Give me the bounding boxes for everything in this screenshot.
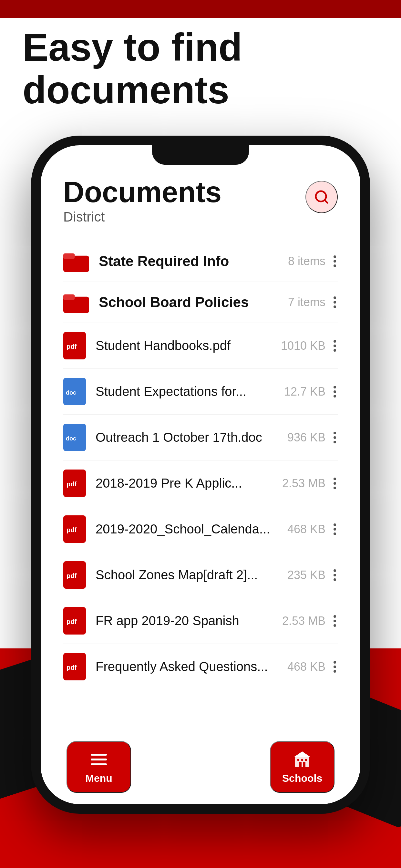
svg-rect-25 bbox=[295, 757, 309, 767]
doc-meta: 235 KB bbox=[287, 568, 326, 582]
menu-button[interactable]: Menu bbox=[66, 741, 131, 793]
list-item[interactable]: pdf School Zones Map[draft 2]... 235 KB bbox=[63, 552, 338, 598]
menu-label: Menu bbox=[85, 772, 112, 784]
svg-marker-26 bbox=[294, 751, 310, 757]
pdf-icon: pdf bbox=[63, 516, 86, 543]
schools-icon bbox=[292, 750, 312, 769]
svg-rect-28 bbox=[303, 762, 305, 767]
menu-icon bbox=[89, 750, 109, 769]
svg-text:doc: doc bbox=[66, 435, 76, 442]
doc-icon: doc bbox=[63, 378, 86, 405]
document-list: State Required Info 8 items bbox=[63, 241, 338, 689]
pdf-icon: pdf bbox=[63, 561, 86, 589]
doc-meta: 468 KB bbox=[287, 660, 326, 674]
phone-frame: Documents District bbox=[31, 135, 370, 814]
svg-text:doc: doc bbox=[66, 390, 76, 396]
screen-title: Documents bbox=[63, 178, 221, 207]
svg-rect-3 bbox=[63, 253, 75, 259]
doc-name: Student Handbooks.pdf bbox=[96, 338, 281, 353]
bottom-nav-bar: Menu Schools bbox=[41, 736, 360, 804]
more-button[interactable] bbox=[332, 612, 338, 630]
folder-icon bbox=[63, 250, 89, 273]
doc-meta: 468 KB bbox=[287, 523, 326, 536]
svg-rect-30 bbox=[301, 759, 303, 761]
more-button[interactable] bbox=[332, 293, 338, 311]
search-icon bbox=[314, 189, 329, 205]
doc-meta: 1010 KB bbox=[281, 339, 326, 352]
screen-header: Documents District bbox=[63, 178, 338, 225]
svg-text:pdf: pdf bbox=[66, 664, 76, 671]
doc-meta: 936 KB bbox=[287, 431, 326, 444]
list-item[interactable]: pdf 2019-2020_School_Calenda... 468 KB bbox=[63, 506, 338, 552]
schools-label: Schools bbox=[282, 772, 322, 784]
search-button[interactable] bbox=[305, 181, 338, 213]
doc-name: School Board Policies bbox=[99, 294, 288, 310]
svg-rect-29 bbox=[297, 759, 299, 761]
more-button[interactable] bbox=[332, 429, 338, 446]
schools-button[interactable]: Schools bbox=[270, 741, 335, 793]
doc-name: 2019-2020_School_Calenda... bbox=[96, 522, 287, 536]
doc-name: State Required Info bbox=[99, 253, 288, 269]
doc-meta: 2.53 MB bbox=[282, 614, 326, 628]
screen-subtitle: District bbox=[63, 209, 221, 225]
phone-notch bbox=[152, 145, 249, 165]
svg-rect-5 bbox=[63, 294, 75, 300]
pdf-icon: pdf bbox=[63, 607, 86, 634]
svg-rect-31 bbox=[305, 759, 307, 761]
more-button[interactable] bbox=[332, 383, 338, 401]
hero-title: Easy to find documents bbox=[23, 26, 378, 111]
svg-text:pdf: pdf bbox=[66, 526, 76, 533]
more-button[interactable] bbox=[332, 252, 338, 270]
phone-mockup: Documents District bbox=[31, 135, 370, 814]
list-item[interactable]: State Required Info 8 items bbox=[63, 241, 338, 282]
list-item[interactable]: pdf 2018-2019 Pre K Applic... 2.53 MB bbox=[63, 461, 338, 506]
screen-content: Documents District bbox=[41, 145, 360, 740]
svg-rect-24 bbox=[91, 764, 107, 765]
doc-name: School Zones Map[draft 2]... bbox=[96, 568, 287, 582]
list-item[interactable]: School Board Policies 7 items bbox=[63, 282, 338, 323]
svg-line-1 bbox=[325, 200, 328, 203]
list-item[interactable]: doc Outreach 1 October 17th.doc 936 KB bbox=[63, 414, 338, 461]
list-item[interactable]: pdf Frequently Asked Questions... 468 KB bbox=[63, 644, 338, 689]
doc-meta: 8 items bbox=[288, 254, 326, 268]
svg-text:pdf: pdf bbox=[66, 343, 76, 350]
more-button[interactable] bbox=[332, 337, 338, 355]
doc-meta: 7 items bbox=[288, 296, 326, 309]
svg-rect-23 bbox=[91, 758, 107, 761]
doc-name: Frequently Asked Questions... bbox=[96, 659, 287, 674]
more-button[interactable] bbox=[332, 520, 338, 538]
doc-meta: 2.53 MB bbox=[282, 476, 326, 490]
svg-text:pdf: pdf bbox=[66, 618, 76, 625]
doc-name: FR app 2019-20 Spanish bbox=[96, 614, 282, 628]
pdf-icon: pdf bbox=[63, 469, 86, 497]
folder-icon bbox=[63, 291, 89, 314]
title-group: Documents District bbox=[63, 178, 221, 225]
doc-name: 2018-2019 Pre K Applic... bbox=[96, 476, 282, 491]
svg-rect-22 bbox=[91, 754, 107, 755]
more-button[interactable] bbox=[332, 566, 338, 584]
pdf-icon: pdf bbox=[63, 653, 86, 680]
more-button[interactable] bbox=[332, 658, 338, 676]
svg-text:pdf: pdf bbox=[66, 572, 76, 579]
pdf-icon: pdf bbox=[63, 332, 86, 360]
doc-icon: doc bbox=[63, 424, 86, 451]
doc-meta: 12.7 KB bbox=[284, 385, 326, 399]
doc-name: Student Expectations for... bbox=[96, 384, 284, 399]
svg-rect-27 bbox=[299, 762, 302, 767]
list-item[interactable]: pdf FR app 2019-20 Spanish 2.53 MB bbox=[63, 598, 338, 644]
list-item[interactable]: pdf Student Handbooks.pdf 1010 KB bbox=[63, 323, 338, 369]
list-item[interactable]: doc Student Expectations for... 12.7 KB bbox=[63, 369, 338, 414]
more-button[interactable] bbox=[332, 474, 338, 492]
svg-text:pdf: pdf bbox=[66, 480, 76, 488]
phone-screen: Documents District bbox=[41, 145, 360, 804]
doc-name: Outreach 1 October 17th.doc bbox=[96, 430, 287, 445]
hero-section: Easy to find documents bbox=[0, 0, 401, 130]
